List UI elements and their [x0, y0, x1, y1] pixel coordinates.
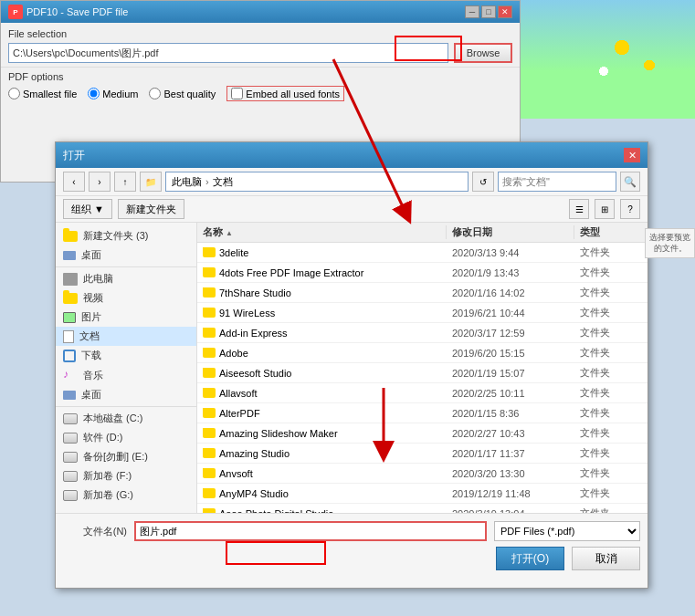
minimize-button[interactable]: ─: [465, 5, 479, 18]
file-cell-date: 2020/3/13 9:44: [447, 247, 574, 258]
new-folder-button[interactable]: 新建文件夹: [118, 199, 184, 219]
file-cell-name: Add-in Express: [197, 328, 447, 339]
organize-button[interactable]: 组织 ▼: [63, 199, 112, 219]
nav-item-music[interactable]: ♪ 音乐: [56, 365, 196, 385]
file-row[interactable]: 91 WireLess 2019/6/21 10:44 文件夹: [197, 303, 648, 323]
breadcrumb-part1[interactable]: 此电脑: [172, 175, 202, 189]
folder-icon: [63, 293, 78, 304]
nav-folder-button[interactable]: 📁: [140, 172, 162, 192]
nav-refresh-button[interactable]: ↺: [472, 172, 494, 192]
cancel-button[interactable]: 取消: [572, 547, 640, 570]
col-type-header[interactable]: 类型: [574, 225, 648, 239]
nav-label: 图片: [81, 310, 101, 324]
titlebar-controls[interactable]: ─ □ ✕: [465, 5, 512, 18]
file-cell-name: Allavsoft: [197, 388, 447, 399]
file-row[interactable]: Adobe 2019/6/20 15:15 文件夹: [197, 343, 648, 363]
file-row[interactable]: AlterPDF 2020/1/15 8:36 文件夹: [197, 403, 648, 423]
file-list-header: 名称 ▲ 修改日期 类型: [197, 223, 648, 243]
browse-button[interactable]: Browse: [454, 43, 512, 63]
nav-item-drive-g[interactable]: 新加卷 (G:): [56, 485, 196, 505]
nav-forward-button[interactable]: ›: [89, 172, 111, 192]
help-button[interactable]: ?: [620, 199, 640, 219]
breadcrumb-bar: 此电脑 › 文档: [165, 172, 469, 192]
file-row[interactable]: Anvsoft 2020/3/20 13:30 文件夹: [197, 464, 648, 484]
file-cell-date: 2020/1/9 13:43: [447, 267, 574, 278]
file-cell-type: 文件夹: [574, 266, 648, 279]
nav-item-drive-e[interactable]: 备份[勿删] (E:): [56, 447, 196, 466]
nav-label: 备份[勿删] (E:): [83, 450, 148, 464]
radio-medium[interactable]: Medium: [88, 88, 138, 99]
nav-item-documents[interactable]: 文档: [56, 327, 196, 346]
radio-best[interactable]: Best quality: [149, 88, 216, 99]
file-row[interactable]: 4dots Free PDF Image Extractor 2020/1/9 …: [197, 263, 648, 283]
nav-label: 本地磁盘 (C:): [83, 412, 142, 425]
file-path-input[interactable]: [8, 43, 448, 63]
dialog-titlebar: 打开 ✕: [56, 142, 648, 168]
pdf-options-label: PDF options: [8, 71, 512, 82]
col-date-header[interactable]: 修改日期: [447, 225, 574, 239]
dialog-footer: 文件名(N) PDF Files (*.pdf) 打开(O) 取消: [56, 513, 648, 588]
nav-item-drive-f[interactable]: 新加卷 (F:): [56, 466, 196, 485]
file-cell-date: 2019/12/19 11:48: [447, 488, 574, 499]
checkbox-embed[interactable]: Embed all used fonts: [226, 86, 344, 101]
dialog-action-bar: 组织 ▼ 新建文件夹 ☰ ⊞ ?: [56, 196, 648, 223]
nav-item-desktop2[interactable]: 桌面: [56, 385, 196, 404]
titlebar-title: PDF10 - Save PDF file: [26, 6, 128, 17]
open-button[interactable]: 打开(O): [496, 547, 564, 570]
file-row[interactable]: Amazing Studio 2020/1/17 11:37 文件夹: [197, 444, 648, 464]
maximize-button[interactable]: □: [481, 5, 496, 18]
col-name-header[interactable]: 名称 ▲: [197, 225, 447, 239]
file-cell-date: 2020/3/17 12:59: [447, 328, 574, 339]
nav-label: 新建文件夹 (3): [83, 229, 149, 243]
dialog-toolbar: ‹ › ↑ 📁 此电脑 › 文档 ↺ 🔍: [56, 168, 648, 196]
file-input-row: Browse: [8, 43, 512, 63]
file-row[interactable]: 7thShare Studio 2020/1/16 14:02 文件夹: [197, 283, 648, 303]
background-image: [512, 0, 695, 119]
nav-item-drive-d[interactable]: 软件 (D:): [56, 428, 196, 447]
breadcrumb-part2[interactable]: 文档: [213, 175, 233, 189]
file-cell-name: Amazing Studio: [197, 448, 447, 459]
file-row[interactable]: Allavsoft 2020/2/25 10:11 文件夹: [197, 383, 648, 403]
file-row[interactable]: Add-in Express 2020/3/17 12:59 文件夹: [197, 323, 648, 343]
file-row[interactable]: 3delite 2020/3/13 9:44 文件夹: [197, 243, 648, 263]
nav-up-button[interactable]: ↑: [114, 172, 136, 192]
nav-item-drive-c[interactable]: 本地磁盘 (C:): [56, 409, 196, 428]
filename-input[interactable]: [134, 521, 487, 541]
drive-g-icon: [63, 490, 78, 501]
radio-medium-input[interactable]: [88, 88, 100, 99]
search-button[interactable]: 🔍: [620, 172, 640, 192]
radio-smallest[interactable]: Smallest file: [8, 88, 77, 99]
music-icon: ♪: [63, 368, 78, 382]
filetype-select[interactable]: PDF Files (*.pdf): [494, 521, 640, 541]
file-row[interactable]: AnyMP4 Studio 2019/12/19 11:48 文件夹: [197, 484, 648, 504]
main-titlebar: P PDF10 - Save PDF file ─ □ ✕: [1, 1, 520, 23]
file-cell-date: 2019/6/21 10:44: [447, 308, 574, 318]
close-button[interactable]: ✕: [498, 5, 512, 18]
search-input[interactable]: [498, 172, 616, 192]
file-cell-type: 文件夹: [574, 446, 648, 460]
documents-icon: [63, 330, 74, 343]
view-list-button[interactable]: ☰: [569, 199, 589, 219]
nav-item-newfolder[interactable]: 新建文件夹 (3): [56, 226, 196, 245]
dialog-close-button[interactable]: ✕: [624, 148, 640, 162]
nav-item-computer[interactable]: 此电脑: [56, 269, 196, 288]
nav-item-desktop1[interactable]: 桌面: [56, 245, 196, 265]
folder-icon: [203, 388, 216, 398]
file-cell-type: 文件夹: [574, 245, 648, 259]
radio-smallest-input[interactable]: [8, 88, 20, 99]
folder-icon: [203, 488, 216, 498]
embed-checkbox-input[interactable]: [231, 88, 243, 99]
nav-item-pictures[interactable]: 图片: [56, 308, 196, 327]
drive-e-icon: [63, 452, 78, 463]
file-cell-name: Adobe: [197, 348, 447, 359]
nav-item-video[interactable]: 视频: [56, 288, 196, 308]
file-row[interactable]: Aiseesoft Studio 2020/1/19 15:07 文件夹: [197, 363, 648, 383]
nav-item-downloads[interactable]: 下载: [56, 346, 196, 365]
nav-label: 新加卷 (F:): [83, 469, 132, 483]
file-row[interactable]: Amazing Slideshow Maker 2020/2/27 10:43 …: [197, 423, 648, 444]
folder-icon: [203, 247, 216, 257]
nav-back-button[interactable]: ‹: [63, 172, 85, 192]
nav-label: 视频: [83, 291, 103, 305]
radio-best-input[interactable]: [149, 88, 161, 99]
view-details-button[interactable]: ⊞: [595, 199, 615, 219]
